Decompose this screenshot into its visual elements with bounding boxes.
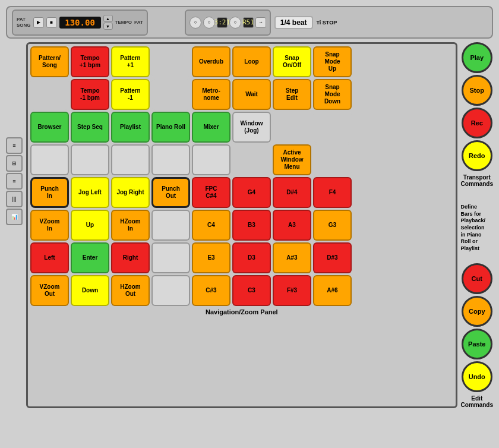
cell-empty-3: [151, 79, 190, 110]
tempo-up[interactable]: ▲: [103, 15, 113, 22]
cell-piano-roll[interactable]: Piano Roll: [151, 112, 190, 143]
song-label: SONG: [17, 23, 31, 28]
cell-empty-8: [151, 210, 190, 241]
grid-row-1: Pattern/Song Tempo+1 bpm Pattern+1 Overd…: [30, 46, 453, 77]
stop-round-btn[interactable]: Stop: [462, 75, 492, 106]
sidebar-btn-4[interactable]: |||: [6, 191, 23, 207]
cell-fpc-c4[interactable]: FPCC#4: [192, 177, 230, 208]
grid-row-4: ActiveWindowMenu: [30, 144, 453, 175]
cell-enter[interactable]: Enter: [71, 242, 109, 273]
pat-label: PAT: [17, 17, 31, 22]
cell-conn-1: [30, 144, 69, 175]
cell-jog-left[interactable]: Jog Left: [71, 177, 109, 208]
cell-overdub[interactable]: Overdub: [192, 46, 230, 77]
copy-round-btn[interactable]: Copy: [462, 296, 492, 327]
cell-metronome[interactable]: Metro-nome: [192, 79, 230, 110]
toolbar-left: PAT SONG ▶ ■ 130.00 ▲ ▼ TEMPO PAT: [12, 10, 148, 36]
cell-d4[interactable]: D#4: [273, 177, 311, 208]
cell-jog-right[interactable]: Jog Right: [111, 177, 150, 208]
cell-snap-mode-down[interactable]: SnapModeDown: [313, 79, 352, 110]
arrow-btn[interactable]: →: [255, 17, 266, 28]
cell-active-window[interactable]: ActiveWindowMenu: [273, 144, 311, 175]
knob3[interactable]: ○: [229, 17, 241, 29]
cell-snap-mode-up[interactable]: SnapModeUp: [313, 46, 352, 77]
cell-b3[interactable]: B3: [232, 210, 271, 241]
pat-label2: PAT: [134, 20, 143, 25]
cell-g3[interactable]: G3: [313, 210, 352, 241]
cell-tempo-plus[interactable]: Tempo+1 bpm: [71, 46, 109, 77]
transport-panel: Play Stop Rec Redo Transport Commands: [461, 42, 493, 187]
cell-vzoom-out[interactable]: VZoomOut: [30, 275, 69, 306]
tempo-down[interactable]: ▼: [103, 23, 113, 30]
cell-left[interactable]: Left: [30, 242, 69, 273]
cell-pattern-song[interactable]: Pattern/Song: [30, 46, 69, 77]
sidebar-btn-2[interactable]: ⊞: [6, 155, 23, 172]
cell-c4[interactable]: C4: [192, 210, 230, 241]
cell-conn-5: [192, 144, 230, 175]
cell-d3[interactable]: D3: [232, 242, 271, 273]
cell-a3[interactable]: A3: [273, 210, 311, 241]
cell-c3[interactable]: C3: [232, 275, 271, 306]
toolbar-right: ○ ○ 3:21 ○ R51 →: [185, 10, 271, 36]
cut-round-btn[interactable]: Cut: [462, 263, 492, 294]
grid-row-3: Browser Step Seq Playlist Piano Roll Mix…: [30, 112, 453, 143]
cell-empty-7: [313, 144, 352, 175]
cell-f4[interactable]: F4: [313, 177, 352, 208]
cell-cs3[interactable]: C#3: [192, 275, 230, 306]
play-round-btn[interactable]: Play: [462, 42, 492, 73]
cell-ds3[interactable]: D#3: [313, 242, 352, 273]
sidebar-btn-1[interactable]: ≡: [6, 137, 23, 154]
cell-e3[interactable]: E3: [192, 242, 230, 273]
cell-step-seq[interactable]: Step Seq: [71, 112, 109, 143]
cell-empty-6: [232, 144, 271, 175]
grid-main: Pattern/Song Tempo+1 bpm Pattern+1 Overd…: [26, 42, 457, 408]
nav-zoom-label: Navigation/Zoom Panel: [30, 308, 453, 316]
cell-fs3[interactable]: F#3: [273, 275, 311, 306]
cell-tempo-minus[interactable]: Tempo-1 bpm: [71, 79, 109, 110]
cell-pattern-minus[interactable]: Pattern-1: [111, 79, 150, 110]
cell-loop[interactable]: Loop: [232, 46, 271, 77]
cell-right[interactable]: Right: [111, 242, 150, 273]
cell-mixer[interactable]: Mixer: [192, 112, 230, 143]
cell-vzoom-in[interactable]: VZoomIn: [30, 210, 69, 241]
knob2[interactable]: ○: [203, 17, 215, 29]
cell-wait[interactable]: Wait: [232, 79, 271, 110]
redo-round-btn[interactable]: Redo: [462, 140, 492, 171]
cell-empty-9: [151, 242, 190, 273]
cell-punch-out[interactable]: PunchOut: [151, 177, 190, 208]
cell-step-edit[interactable]: StepEdit: [273, 79, 311, 110]
grid-row-8: VZoomOut Down HZoomOut C#3 C3 F#3 A#6: [30, 275, 453, 306]
cell-punch-in[interactable]: PunchIn: [30, 177, 69, 208]
cell-hzoom-out[interactable]: HZoomOut: [111, 275, 150, 306]
play-button[interactable]: ▶: [33, 17, 44, 28]
cell-down[interactable]: Down: [71, 275, 109, 306]
cell-up[interactable]: Up: [71, 210, 109, 241]
ti-stop: Ti STOP: [317, 20, 337, 26]
sidebar-btn-5[interactable]: 📊: [6, 209, 23, 225]
grid-row-7: Left Enter Right E3 D3 A#3 D#3: [30, 242, 453, 273]
cell-as6[interactable]: A#6: [313, 275, 352, 306]
tempo-label: TEMPO: [115, 20, 132, 25]
cell-browser[interactable]: Browser: [30, 112, 69, 143]
beat-label: 1/4 beat: [274, 16, 313, 29]
rec-round-btn[interactable]: Rec: [462, 108, 492, 138]
cell-pattern-plus[interactable]: Pattern+1: [111, 46, 150, 77]
cell-as3[interactable]: A#3: [273, 242, 311, 273]
cell-empty-10: [151, 275, 190, 306]
counter-321: 3:21: [217, 17, 228, 28]
transport-label: Transport Commands: [461, 174, 493, 187]
cell-window-jog[interactable]: Window(Jog): [232, 112, 271, 143]
edit-label: Edit Commands: [461, 395, 493, 408]
grid-row-2: Tempo-1 bpm Pattern-1 Metro-nome Wait St…: [30, 79, 453, 110]
knob1[interactable]: ○: [190, 17, 201, 29]
toolbar: PAT SONG ▶ ■ 130.00 ▲ ▼ TEMPO PAT ○ ○ 3:…: [6, 6, 493, 39]
cell-playlist[interactable]: Playlist: [111, 112, 150, 143]
sidebar-btn-3[interactable]: ≡: [6, 173, 23, 190]
stop-button[interactable]: ■: [46, 17, 57, 28]
undo-round-btn[interactable]: Undo: [462, 361, 492, 392]
cell-g4[interactable]: G4: [232, 177, 271, 208]
cell-hzoom-in[interactable]: HZoomIn: [111, 210, 150, 241]
paste-round-btn[interactable]: Paste: [462, 329, 492, 359]
cell-snap-onoff[interactable]: SnapOn/Off: [273, 46, 311, 77]
cell-conn-3: [111, 144, 150, 175]
